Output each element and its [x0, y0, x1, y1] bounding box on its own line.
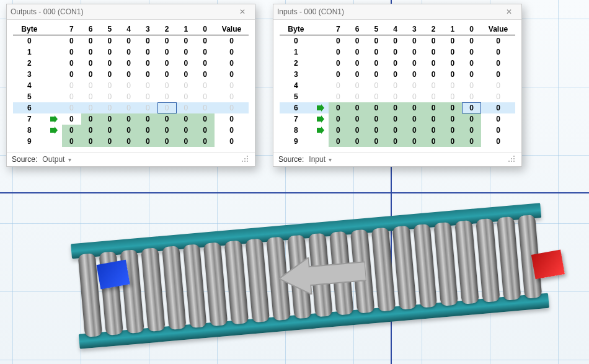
bit-cell[interactable]: 0 — [367, 35, 386, 47]
bit-cell[interactable]: 0 — [81, 125, 100, 136]
bit-cell[interactable]: 0 — [100, 102, 120, 113]
bits-table[interactable]: Byte76543210Value00000000001000000000200… — [280, 24, 515, 147]
bit-cell[interactable]: 0 — [405, 102, 424, 113]
bit-cell[interactable]: 0 — [62, 125, 81, 136]
bit-cell[interactable]: 0 — [348, 80, 367, 91]
bit-cell[interactable]: 0 — [81, 113, 100, 125]
bit-cell[interactable]: 0 — [62, 91, 81, 102]
table-row[interactable]: 0000000000 — [280, 35, 515, 47]
bit-cell[interactable]: 0 — [424, 47, 443, 58]
bit-cell[interactable]: 0 — [443, 69, 463, 80]
bit-cell[interactable]: 0 — [119, 80, 138, 91]
bit-cell[interactable]: 0 — [348, 69, 367, 80]
bit-cell[interactable]: 0 — [81, 35, 100, 47]
table-row[interactable]: 8000000000 — [13, 125, 249, 136]
bit-cell[interactable]: 0 — [62, 47, 81, 58]
bit-cell[interactable]: 0 — [367, 125, 386, 136]
bit-cell[interactable]: 0 — [81, 136, 100, 147]
bit-cell[interactable]: 0 — [386, 136, 405, 147]
bit-cell[interactable]: 0 — [195, 136, 215, 147]
table-row[interactable]: 7000000000 — [280, 113, 515, 125]
resize-grip[interactable] — [241, 155, 250, 164]
panel-titlebar[interactable]: Outputs - 000 (CON1)✕ — [7, 4, 255, 20]
bit-cell[interactable]: 0 — [138, 113, 157, 125]
bit-cell[interactable]: 0 — [100, 58, 120, 69]
bit-cell[interactable]: 0 — [405, 47, 424, 58]
source-dropdown[interactable]: Output ▾ — [42, 155, 71, 164]
close-icon[interactable]: ✕ — [230, 4, 255, 19]
bit-cell[interactable]: 0 — [443, 91, 463, 102]
bit-cell[interactable]: 0 — [386, 35, 405, 47]
bit-cell[interactable]: 0 — [329, 35, 348, 47]
bit-cell[interactable]: 0 — [195, 35, 215, 47]
bit-cell[interactable]: 0 — [348, 47, 367, 58]
table-row[interactable]: 2000000000 — [13, 58, 249, 69]
table-row[interactable]: 4000000000 — [280, 80, 515, 91]
bit-cell[interactable]: 0 — [157, 136, 177, 147]
bit-cell[interactable]: 0 — [81, 69, 100, 80]
sensor-marker-blue[interactable] — [96, 260, 130, 290]
bit-cell[interactable]: 0 — [367, 58, 386, 69]
bit-cell[interactable]: 0 — [329, 113, 348, 125]
bit-cell[interactable]: 0 — [177, 113, 196, 125]
bit-cell[interactable]: 0 — [195, 113, 215, 125]
bit-cell[interactable]: 0 — [100, 91, 120, 102]
bit-cell[interactable]: 0 — [81, 91, 100, 102]
bit-cell[interactable]: 0 — [443, 35, 463, 47]
bit-cell[interactable]: 0 — [443, 125, 463, 136]
table-row[interactable]: 5000000000 — [280, 91, 515, 102]
bit-cell[interactable]: 0 — [462, 47, 481, 58]
bit-cell[interactable]: 0 — [177, 102, 196, 113]
bit-cell[interactable]: 0 — [138, 58, 157, 69]
bit-cell[interactable]: 0 — [177, 80, 196, 91]
resize-grip[interactable] — [508, 155, 516, 164]
bit-cell[interactable]: 0 — [81, 80, 100, 91]
bit-cell[interactable]: 0 — [195, 58, 215, 69]
bit-cell[interactable]: 0 — [100, 125, 120, 136]
bit-cell[interactable]: 0 — [119, 125, 138, 136]
bit-cell[interactable]: 0 — [177, 136, 196, 147]
bit-cell[interactable]: 0 — [62, 136, 81, 147]
bit-cell[interactable]: 0 — [386, 91, 405, 102]
bit-cell[interactable]: 0 — [386, 47, 405, 58]
table-row[interactable]: 8000000000 — [280, 125, 515, 136]
bit-cell[interactable]: 0 — [157, 91, 177, 102]
bit-cell[interactable]: 0 — [329, 91, 348, 102]
table-row[interactable]: 4000000000 — [13, 80, 249, 91]
bit-cell[interactable]: 0 — [462, 69, 481, 80]
bit-cell[interactable]: 0 — [100, 35, 120, 47]
bit-cell[interactable]: 0 — [348, 58, 367, 69]
bit-cell[interactable]: 0 — [386, 80, 405, 91]
bit-cell[interactable]: 0 — [348, 136, 367, 147]
bit-cell[interactable]: 0 — [348, 113, 367, 125]
bit-cell[interactable]: 0 — [62, 80, 81, 91]
bit-cell[interactable]: 0 — [177, 69, 196, 80]
bit-cell[interactable]: 0 — [443, 136, 463, 147]
bit-cell[interactable]: 0 — [195, 80, 215, 91]
bit-cell[interactable]: 0 — [157, 125, 177, 136]
bit-cell[interactable]: 0 — [424, 80, 443, 91]
bit-cell[interactable]: 0 — [367, 102, 386, 113]
close-icon[interactable]: ✕ — [497, 4, 521, 19]
bit-cell[interactable]: 0 — [424, 136, 443, 147]
bit-cell[interactable]: 0 — [424, 91, 443, 102]
bit-cell[interactable]: 0 — [81, 102, 100, 113]
bit-cell[interactable]: 0 — [157, 113, 177, 125]
bit-cell[interactable]: 0 — [443, 47, 463, 58]
bit-cell[interactable]: 0 — [405, 91, 424, 102]
sensor-marker-red[interactable] — [531, 250, 565, 280]
bit-cell[interactable]: 0 — [405, 113, 424, 125]
bit-cell[interactable]: 0 — [62, 58, 81, 69]
bit-cell[interactable]: 0 — [157, 58, 177, 69]
bit-cell[interactable]: 0 — [443, 80, 463, 91]
bit-cell[interactable]: 0 — [443, 58, 463, 69]
table-row[interactable]: 9000000000 — [13, 136, 249, 147]
bit-cell[interactable]: 0 — [367, 80, 386, 91]
bit-cell[interactable]: 0 — [100, 80, 120, 91]
bit-cell[interactable]: 0 — [329, 136, 348, 147]
bit-cell[interactable]: 0 — [329, 80, 348, 91]
bit-cell[interactable]: 0 — [119, 35, 138, 47]
bit-cell[interactable]: 0 — [157, 102, 177, 113]
bit-cell[interactable]: 0 — [138, 136, 157, 147]
bit-cell[interactable]: 0 — [329, 69, 348, 80]
